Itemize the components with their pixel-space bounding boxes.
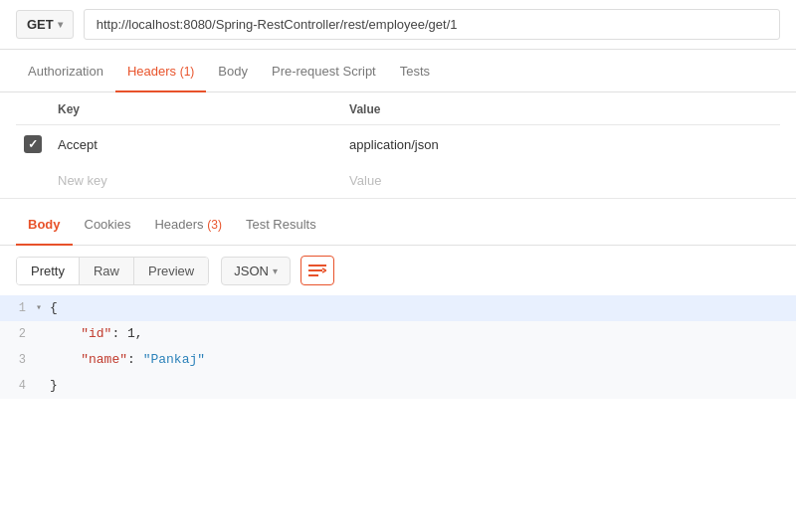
preview-btn[interactable]: Preview (134, 258, 208, 284)
json-brace-close: } (50, 373, 796, 399)
pretty-btn[interactable]: Pretty (17, 258, 80, 284)
new-header-row: New key Value (16, 163, 780, 198)
json-val-id: 1 (127, 326, 135, 341)
format-chevron-icon: ▾ (273, 266, 278, 276)
url-input[interactable] (84, 9, 780, 40)
accept-key[interactable]: Accept (50, 125, 341, 164)
json-name-line: "name": "Pankaj" (50, 347, 796, 373)
json-id-line: "id": 1, (50, 321, 796, 347)
format-selector[interactable]: JSON ▾ (221, 257, 291, 285)
wrap-text-icon (308, 264, 326, 277)
top-bar: GET ▾ (0, 0, 796, 50)
response-headers-badge: (3) (207, 218, 222, 232)
line-num-4: 4 (0, 373, 36, 398)
format-label: JSON (234, 264, 269, 278)
fold-arrow-1[interactable]: ▾ (36, 295, 50, 316)
accept-checkbox[interactable] (24, 135, 42, 153)
tab-response-headers[interactable]: Headers (3) (142, 203, 233, 246)
headers-section: Key Value Accept application/json New ke… (0, 92, 796, 199)
tab-test-results[interactable]: Test Results (234, 203, 328, 246)
new-key-placeholder[interactable]: New key (50, 163, 341, 198)
tab-response-body[interactable]: Body (16, 203, 73, 246)
tab-body[interactable]: Body (206, 50, 260, 92)
new-value-placeholder[interactable]: Value (341, 163, 780, 198)
headers-badge: (1) (180, 65, 195, 79)
row-checkbox-cell (16, 125, 50, 164)
tab-cookies[interactable]: Cookies (73, 203, 143, 246)
json-viewer: 1 ▾ { 2 "id": 1, 3 "name": "Pankaj" 4 } (0, 295, 796, 399)
fold-arrow-2 (36, 321, 50, 325)
key-col-header: Key (50, 92, 341, 125)
json-val-name: "Pankaj" (143, 352, 205, 367)
json-line-1: 1 ▾ { (0, 295, 796, 321)
value-col-header: Value (341, 92, 780, 125)
accept-value[interactable]: application/json (341, 125, 780, 164)
json-brace-open: { (50, 295, 796, 321)
tab-prerequest[interactable]: Pre-request Script (260, 50, 388, 92)
raw-btn[interactable]: Raw (80, 258, 134, 284)
tab-authorization[interactable]: Authorization (16, 50, 115, 92)
json-line-2: 2 "id": 1, (0, 321, 796, 347)
fold-arrow-3 (36, 347, 50, 351)
line-num-3: 3 (0, 347, 36, 372)
line-num-2: 2 (0, 321, 36, 346)
request-tabs: Authorization Headers (1) Body Pre-reque… (0, 50, 796, 92)
method-label: GET (27, 17, 54, 32)
tab-headers[interactable]: Headers (1) (115, 50, 206, 92)
new-row-checkbox-cell (16, 163, 50, 198)
response-tabs: Body Cookies Headers (3) Test Results (0, 203, 796, 246)
method-chevron-icon: ▾ (58, 19, 63, 30)
method-selector[interactable]: GET ▾ (16, 10, 74, 39)
wrap-text-button[interactable] (300, 256, 334, 285)
body-toolbar: Pretty Raw Preview JSON ▾ (0, 246, 796, 295)
fold-arrow-4 (36, 373, 50, 377)
headers-table: Key Value Accept application/json New ke… (16, 92, 780, 198)
line-num-1: 1 (0, 295, 36, 320)
checkbox-col-header (16, 92, 50, 125)
json-line-4: 4 } (0, 373, 796, 399)
json-line-3: 3 "name": "Pankaj" (0, 347, 796, 373)
table-row: Accept application/json (16, 125, 780, 164)
tab-tests[interactable]: Tests (388, 50, 442, 92)
view-btn-group: Pretty Raw Preview (16, 257, 209, 285)
json-key-id: "id" (81, 326, 111, 341)
json-key-name: "name" (81, 352, 127, 367)
